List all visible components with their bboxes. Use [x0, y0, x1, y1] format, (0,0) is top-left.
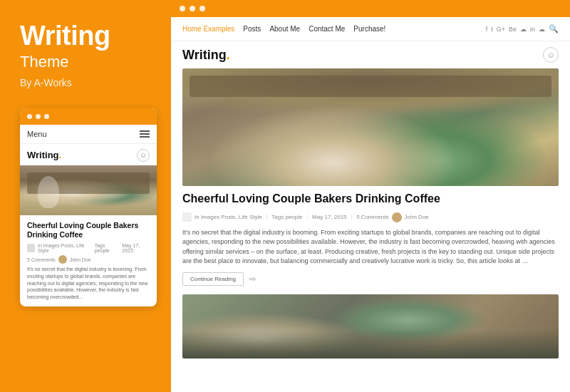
- article-hero-2: [182, 294, 559, 359]
- article-1-meta: In Images Posts, Life Style | Tags peopl…: [182, 212, 559, 222]
- theme-title: Writing Theme By A-Works: [20, 21, 157, 88]
- article-card-1: Cheerful Loving Couple Bakers Drinking C…: [182, 68, 559, 286]
- mobile-meta-comments: 5 Comments: [27, 257, 56, 262]
- article-1-comments: 5 Comments: [356, 214, 388, 220]
- mobile-dot-3: [44, 114, 49, 119]
- title-text: Writing: [20, 21, 157, 51]
- mobile-card-body: It's no secret that the digital industry…: [27, 266, 150, 301]
- site-nav: Home Examples Posts About Me Contact Me …: [171, 17, 570, 41]
- social-facebook-icon[interactable]: f: [486, 26, 488, 33]
- byline-text: By A-Works: [20, 77, 157, 88]
- hamburger-icon[interactable]: [140, 130, 150, 138]
- right-panel: Home Examples Posts About Me Contact Me …: [171, 0, 570, 392]
- mobile-menu-label: Menu: [27, 130, 47, 138]
- mobile-meta-category: In Images Posts, Life Style: [38, 243, 92, 253]
- article-hero-1: [182, 68, 559, 186]
- meta-category-icon: [182, 212, 192, 222]
- left-panel: Writing Theme By A-Works Menu Writing. ☺: [0, 0, 171, 392]
- article-1-author-avatar: [392, 212, 402, 222]
- mobile-browser-bar: [20, 108, 157, 125]
- mobile-hero-image: [20, 165, 157, 215]
- browser-dot-1: [180, 6, 185, 11]
- social-twitter-icon[interactable]: t: [491, 26, 493, 33]
- photo-baker: [20, 165, 157, 215]
- browser-content: Home Examples Posts About Me Contact Me …: [171, 17, 570, 392]
- article-card-2: [182, 294, 559, 359]
- mobile-meta-date: May 17, 2015: [122, 243, 150, 253]
- mobile-meta-avatar: [58, 255, 67, 264]
- mobile-nav-bar: Menu: [20, 125, 157, 144]
- continue-reading-button[interactable]: Continue Reading: [182, 272, 244, 286]
- article-1-tags: Tags people: [271, 214, 302, 220]
- mobile-dot-2: [36, 114, 41, 119]
- subtitle-text: Theme: [20, 53, 157, 71]
- article-1-title: Cheerful Loving Couple Bakers Drinking C…: [182, 192, 559, 207]
- site-header: Writing. ☺: [171, 41, 570, 68]
- article-photo-interior: [182, 294, 559, 359]
- category-icon: [27, 244, 35, 252]
- social-rss-icon[interactable]: ☁: [520, 26, 527, 33]
- mobile-logo: Writing.: [27, 150, 61, 160]
- mobile-dot-1: [27, 114, 32, 119]
- site-user-icon[interactable]: ☺: [543, 47, 559, 63]
- search-icon[interactable]: 🔍: [549, 24, 559, 33]
- nav-link-purchase[interactable]: Purchase!: [353, 25, 385, 33]
- mobile-meta-author: John Doe: [70, 257, 91, 262]
- site-nav-right: f t G+ Be ☁ in ☁ 🔍: [486, 24, 559, 33]
- mobile-card-meta-row: In Images Posts, Life Style Tags people …: [27, 243, 150, 253]
- mobile-preview-card: Menu Writing. ☺ Cheerful Loving Couple B…: [20, 108, 157, 306]
- mobile-logo-bar: Writing. ☺: [20, 144, 157, 165]
- site-nav-links: Home Examples Posts About Me Contact Me …: [182, 25, 385, 33]
- social-gplus-icon[interactable]: G+: [497, 26, 505, 33]
- article-photo-baker: [182, 68, 559, 186]
- share-icon[interactable]: ⇨: [249, 274, 256, 284]
- mobile-card-content: Cheerful Loving Couple Bakers Drinking C…: [20, 215, 157, 306]
- browser-chrome: [171, 0, 570, 17]
- nav-link-home[interactable]: Home Examples: [182, 25, 234, 33]
- browser-dot-3: [200, 6, 205, 11]
- nav-link-posts[interactable]: Posts: [243, 25, 261, 33]
- social-extra-icon[interactable]: ☁: [539, 26, 545, 33]
- browser-dot-2: [190, 6, 195, 11]
- mobile-user-icon[interactable]: ☺: [137, 149, 150, 162]
- nav-link-about[interactable]: About Me: [269, 25, 300, 33]
- article-1-category: In Images Posts, Life Style: [195, 214, 262, 220]
- social-linkedin-icon[interactable]: in: [530, 26, 535, 33]
- mobile-card-meta-row-2: 5 Comments John Doe: [27, 255, 150, 264]
- article-1-date: May 17, 2015: [312, 214, 346, 220]
- mobile-meta-tags: Tags people: [95, 243, 120, 253]
- mobile-card-title: Cheerful Loving Couple Bakers Drinking C…: [27, 221, 150, 240]
- social-behance-icon[interactable]: Be: [509, 26, 517, 33]
- article-1-author: John Doe: [405, 214, 429, 220]
- site-logo: Writing.: [182, 48, 230, 63]
- site-main: Cheerful Loving Couple Bakers Drinking C…: [171, 68, 570, 392]
- article-1-actions: Continue Reading ⇨: [182, 272, 559, 286]
- nav-link-contact[interactable]: Contact Me: [309, 25, 345, 33]
- article-1-excerpt: It's no secret that the digital industry…: [182, 228, 559, 267]
